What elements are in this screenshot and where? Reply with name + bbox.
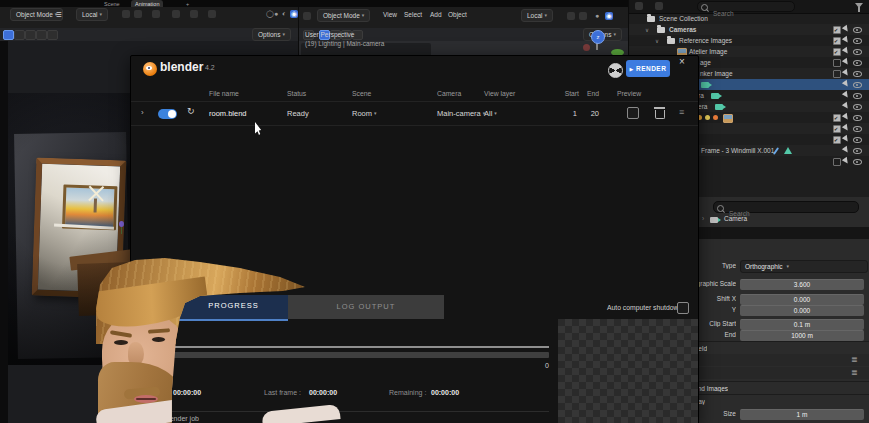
exclude-checkbox[interactable] (833, 59, 841, 67)
outliner-search[interactable] (697, 1, 795, 12)
job-end-frame[interactable]: 20 (581, 109, 599, 118)
proportional-editing-icon[interactable] (152, 10, 160, 18)
display-mode-icon[interactable] (635, 2, 643, 10)
snap-magnet-icon[interactable] (122, 10, 130, 18)
selectable-icon[interactable] (842, 102, 850, 110)
hide-eye-icon[interactable] (853, 159, 862, 165)
hide-eye-icon[interactable] (853, 82, 862, 88)
hide-eye-icon[interactable] (853, 71, 862, 77)
gizmo-z-axis-ball[interactable]: z (591, 30, 605, 44)
selectable-icon[interactable] (842, 25, 850, 33)
selectable-icon[interactable] (842, 36, 850, 44)
shift-x-field[interactable]: 0.000 (740, 294, 864, 305)
workspace-tab-scene[interactable]: Scene (100, 0, 124, 7)
selectable-icon[interactable] (842, 124, 850, 132)
exclude-checkbox[interactable] (833, 26, 841, 34)
shading-wireframe-icon[interactable]: ◯ (266, 10, 274, 18)
hide-eye-icon[interactable] (853, 38, 862, 44)
select-extend-icon[interactable] (14, 30, 25, 40)
exclude-checkbox[interactable] (833, 114, 841, 122)
menu-object[interactable]: Object (448, 9, 467, 20)
shift-y-field[interactable]: 0.000 (740, 305, 864, 316)
clip-start-field[interactable]: 0.1 m (740, 319, 864, 330)
shading-rendered-icon[interactable]: ◉ (605, 12, 613, 20)
hide-eye-icon[interactable] (853, 49, 862, 55)
pivot-point-icon[interactable] (134, 10, 142, 18)
hide-eye-icon[interactable] (853, 27, 862, 33)
options-dropdown[interactable]: Options (252, 28, 291, 41)
enable-toggle[interactable] (158, 109, 177, 119)
breadcrumb-arrow[interactable]: › (702, 215, 704, 222)
shading-solid-icon[interactable]: ● (274, 10, 278, 18)
add-workspace-button[interactable]: + (182, 0, 193, 7)
select-box-icon[interactable] (3, 30, 14, 40)
drag-handle-icon[interactable]: ≡ (679, 107, 684, 117)
exclude-checkbox[interactable] (833, 136, 841, 144)
render-button[interactable]: ▶RENDER (626, 60, 670, 77)
job-scene-dropdown[interactable]: Room (352, 109, 377, 118)
xray-icon[interactable] (208, 10, 216, 18)
job-view-layer-dropdown[interactable]: All (484, 109, 497, 118)
panel-background-images[interactable]: Background Images (698, 385, 728, 392)
selectable-icon[interactable] (842, 113, 850, 121)
panel-depth-of-field[interactable]: Depth of Field (698, 345, 707, 352)
hide-eye-icon[interactable] (853, 137, 862, 143)
panel-row[interactable]: ≣ (698, 367, 869, 379)
select-intersect-icon[interactable] (47, 30, 58, 40)
outliner-options-icon[interactable] (655, 2, 663, 10)
properties-search[interactable] (713, 201, 859, 213)
shading-material-icon[interactable]: ◐ (282, 10, 286, 18)
exclude-checkbox[interactable] (833, 48, 841, 56)
hide-eye-icon[interactable] (853, 60, 862, 66)
job-start-frame[interactable]: 1 (559, 109, 577, 118)
breadcrumb[interactable]: Camera (724, 215, 747, 222)
job-camera-dropdown[interactable]: Main-camera (437, 109, 485, 118)
hide-eye-icon[interactable] (853, 93, 862, 99)
size-field[interactable]: 1 m (740, 409, 864, 420)
outliner-row[interactable]: Scene Collection (629, 13, 869, 24)
gizmo-x-axis-ball[interactable] (583, 44, 590, 51)
expand-chevron-icon[interactable]: › (141, 108, 144, 117)
selectable-icon[interactable] (842, 80, 850, 88)
proportional-editing-icon[interactable] (579, 12, 587, 20)
menu-select[interactable]: Select (404, 9, 422, 20)
shading-solid-icon[interactable]: ● (595, 12, 599, 20)
selectable-icon[interactable] (842, 69, 850, 77)
selectable-icon[interactable] (842, 135, 850, 143)
tab-progress[interactable]: PROGRESS (179, 295, 288, 321)
selectable-icon[interactable] (842, 58, 850, 66)
outliner-row[interactable]: Cameras (629, 24, 869, 35)
snap-magnet-icon[interactable] (567, 12, 575, 20)
auto-shutdown-checkbox[interactable] (677, 302, 689, 314)
overlays-icon[interactable] (190, 10, 198, 18)
transform-orientation-dropdown[interactable]: Local (521, 9, 553, 22)
transform-orientation-dropdown[interactable]: Local (76, 8, 108, 21)
outliner-row[interactable]: Reference Images (629, 35, 869, 46)
job-row[interactable]: › ↻ room.blend Ready Room Main-camera Al… (131, 101, 698, 126)
select-subtract-icon[interactable] (25, 30, 36, 40)
workspace-tab-animation[interactable]: Animation (131, 0, 163, 7)
exclude-checkbox[interactable] (833, 158, 841, 166)
hide-eye-icon[interactable] (853, 148, 862, 154)
menu-add[interactable]: Add (430, 9, 442, 20)
panel-row[interactable]: ≣ (698, 354, 869, 366)
camera-type-dropdown[interactable]: Orthographic (740, 260, 868, 273)
panel-viewport-display[interactable]: Viewport Display (698, 398, 705, 405)
menu-view[interactable]: View (383, 9, 397, 20)
gizmos-icon[interactable] (172, 10, 180, 18)
editor-type-icon[interactable] (303, 12, 311, 20)
refresh-icon[interactable]: ↻ (187, 106, 195, 116)
close-icon[interactable]: × (679, 56, 685, 67)
delete-job-icon[interactable] (655, 110, 665, 119)
list-icon[interactable]: ≣ (851, 369, 858, 377)
selectable-icon[interactable] (842, 157, 850, 165)
exclude-checkbox[interactable] (833, 70, 841, 78)
hide-eye-icon[interactable] (853, 115, 862, 121)
shading-rendered-icon[interactable]: ◉ (290, 10, 298, 18)
preview-checkbox[interactable] (627, 107, 639, 119)
tab-log-output[interactable]: LOG OUTPUT (288, 295, 444, 319)
selectable-icon[interactable] (842, 47, 850, 55)
selectable-icon[interactable] (842, 91, 850, 99)
list-icon[interactable]: ≣ (851, 356, 858, 364)
editor-menu-icon[interactable]: ☰ (56, 9, 62, 20)
